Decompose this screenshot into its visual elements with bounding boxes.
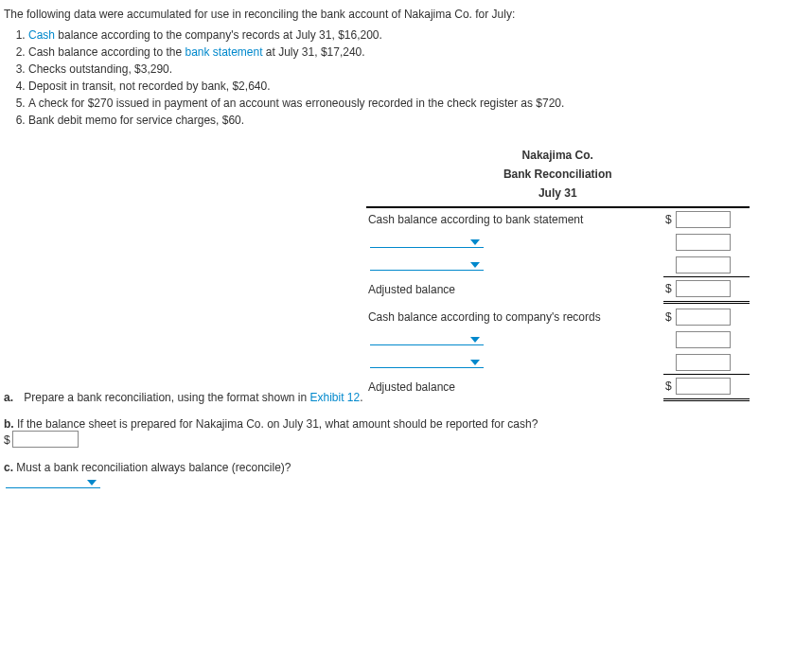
part-c-text: Must a bank reconciliation always balanc… bbox=[16, 461, 291, 474]
recon-title: Bank Reconciliation bbox=[366, 165, 750, 184]
company-adjust-input-1[interactable] bbox=[676, 331, 731, 348]
bank-adjust-dropdown-1[interactable] bbox=[370, 234, 484, 248]
part-c-dropdown[interactable] bbox=[6, 474, 100, 488]
company-balance-input[interactable] bbox=[676, 309, 731, 326]
bank-adjust-input-1[interactable] bbox=[676, 234, 731, 251]
bank-adjusted-input[interactable] bbox=[676, 280, 731, 297]
company-adjusted-label: Adjusted balance bbox=[366, 375, 663, 400]
data-list: Cash balance according to the company's … bbox=[4, 26, 801, 129]
part-a-text: Prepare a bank reconciliation, using the… bbox=[24, 391, 362, 404]
exhibit-link[interactable]: Exhibit 12 bbox=[310, 391, 361, 404]
bank-adjust-input-2[interactable] bbox=[676, 256, 731, 274]
company-adjust-dropdown-2[interactable] bbox=[370, 354, 484, 368]
company-adjusted-input[interactable] bbox=[676, 378, 731, 395]
list-item-2: Cash balance according to the bank state… bbox=[28, 44, 801, 61]
bank-adjust-dropdown-2[interactable] bbox=[370, 256, 484, 271]
list-item-3: Checks outstanding, $3,290. bbox=[28, 61, 801, 78]
company-balance-label: Cash balance according to company's reco… bbox=[366, 306, 663, 328]
chevron-down-icon bbox=[470, 360, 480, 365]
chevron-down-icon bbox=[470, 239, 480, 245]
part-b-input[interactable] bbox=[12, 431, 79, 448]
reconciliation-table: Nakajima Co. Bank Reconciliation July 31… bbox=[366, 146, 750, 401]
bank-balance-input[interactable] bbox=[676, 211, 731, 228]
company-adjust-dropdown-1[interactable] bbox=[370, 331, 484, 345]
bank-adjusted-label: Adjusted balance bbox=[366, 277, 663, 303]
list-item-4: Deposit in transit, not recorded by bank… bbox=[28, 78, 801, 95]
list-item-6: Bank debit memo for service charges, $60… bbox=[28, 112, 801, 129]
recon-date: July 31 bbox=[366, 184, 750, 203]
part-b-text: If the balance sheet is prepared for Nak… bbox=[17, 417, 538, 431]
recon-company: Nakajima Co. bbox=[366, 146, 750, 165]
bank-balance-label: Cash balance according to bank statement bbox=[366, 207, 663, 231]
chevron-down-icon bbox=[470, 262, 480, 268]
intro-text: The following data were accumulated for … bbox=[4, 8, 801, 21]
list-item-1: Cash balance according to the company's … bbox=[28, 26, 801, 44]
chevron-down-icon bbox=[87, 480, 97, 485]
bank-statement-link[interactable]: bank statement bbox=[185, 45, 262, 59]
part-a-letter: a. bbox=[4, 391, 21, 404]
list-item-5: A check for $270 issued in payment of an… bbox=[28, 95, 801, 112]
part-b-letter: b. bbox=[4, 417, 14, 431]
cash-link[interactable]: Cash bbox=[28, 28, 55, 42]
chevron-down-icon bbox=[470, 337, 480, 343]
part-c-letter: c. bbox=[4, 461, 13, 474]
company-adjust-input-2[interactable] bbox=[676, 354, 731, 371]
